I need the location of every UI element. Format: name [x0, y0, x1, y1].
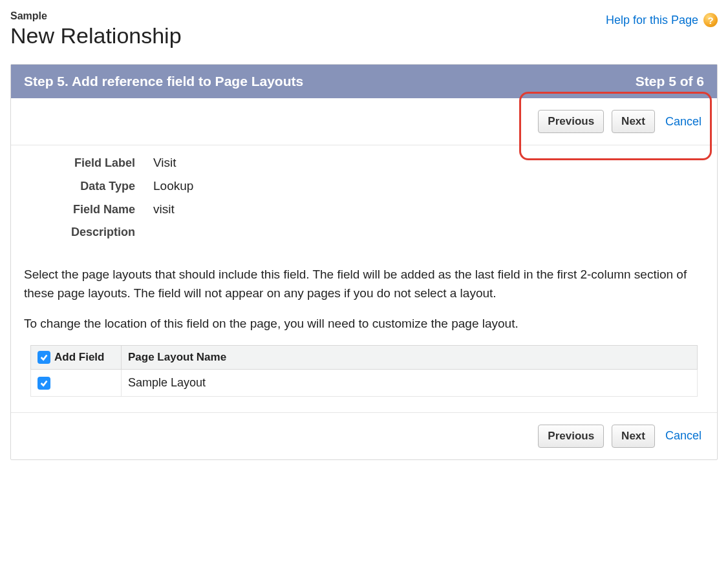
description-label: Description [24, 226, 153, 239]
next-button-bottom[interactable]: Next [612, 425, 655, 448]
button-row-bottom: Previous Next Cancel [11, 412, 717, 459]
previous-button-bottom[interactable]: Previous [538, 425, 604, 448]
data-type-label: Data Type [24, 180, 153, 193]
data-type-value: Lookup [153, 179, 193, 193]
help-icon: ? [703, 13, 718, 27]
previous-button[interactable]: Previous [538, 110, 604, 133]
page-layout-table: Add Field Page Layout Name Sample Layout [30, 345, 698, 397]
table-row: Sample Layout [31, 369, 698, 396]
row-layout-name: Sample Layout [122, 369, 698, 396]
field-label-label: Field Label [24, 156, 153, 170]
col-add-field-label: Add Field [54, 351, 104, 364]
col-layout-name: Page Layout Name [122, 345, 698, 369]
instructions-para-1: Select the page layouts that should incl… [11, 266, 717, 302]
help-label: Help for this Page [606, 14, 698, 27]
field-name-label: Field Name [24, 203, 153, 216]
instructions-para-2: To change the location of this field on … [11, 315, 717, 333]
step-header: Step 5. Add reference field to Page Layo… [11, 65, 717, 98]
field-name-value: visit [153, 202, 175, 216]
select-all-checkbox[interactable] [37, 351, 50, 364]
col-add-field: Add Field [31, 345, 122, 369]
page-title: New Relationship [10, 23, 182, 48]
wizard-panel: Step 5. Add reference field to Page Layo… [10, 64, 718, 460]
step-counter: Step 5 of 6 [636, 74, 704, 89]
help-for-page-link[interactable]: Help for this Page ? [606, 10, 718, 27]
cancel-link-bottom[interactable]: Cancel [663, 425, 704, 447]
next-button[interactable]: Next [612, 110, 655, 133]
button-row-top: Previous Next Cancel [11, 98, 717, 145]
cancel-link[interactable]: Cancel [663, 111, 704, 132]
breadcrumb: Sample [10, 10, 182, 22]
field-label-value: Visit [153, 156, 177, 170]
field-summary: Field Label Visit Data Type Lookup Field… [11, 145, 717, 253]
row-checkbox[interactable] [37, 377, 50, 390]
step-title: Step 5. Add reference field to Page Layo… [24, 74, 303, 89]
